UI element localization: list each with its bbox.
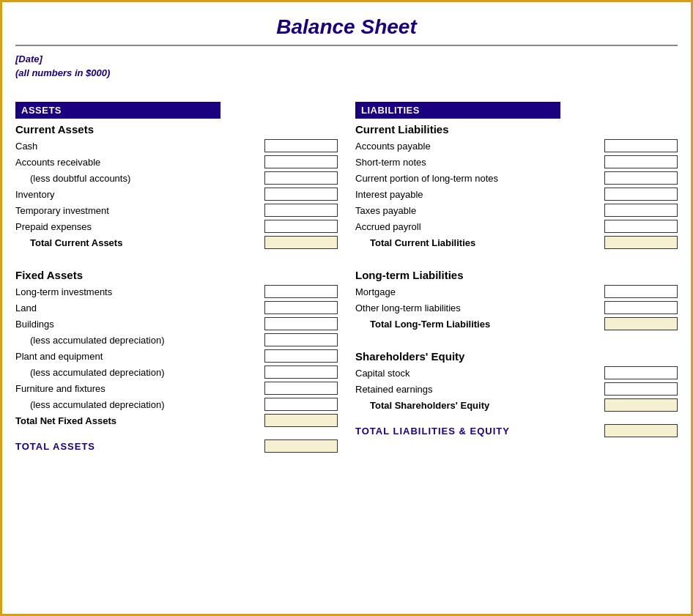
list-item: Short-term notes [355,155,678,169]
total-liabilities-equity-row: TOTAL LIABILITIES & EQUITY [355,423,678,439]
longterm-liabilities-title: Long-term Liabilities [355,269,678,281]
list-item: Accounts payable [355,138,678,153]
short-term-notes-input[interactable] [604,155,678,168]
retained-earnings-label: Retained earnings [355,384,604,395]
total-assets-label: TOTAL ASSETS [15,441,95,452]
list-item: (less accumulated depreciation) [15,365,338,379]
total-current-assets-row: Total Current Assets [15,235,338,250]
total-current-liabilities-label: Total Current Liabilities [355,237,604,248]
list-item: Long-term investments [15,284,338,299]
capital-stock-label: Capital stock [355,368,604,379]
current-liabilities-title: Current Liabilities [355,123,678,136]
total-net-fixed-label: Total Net Fixed Assets [15,415,264,426]
taxes-payable-input[interactable] [604,204,678,217]
furniture-label: Furniture and fixtures [15,383,264,394]
less-doubtful-label: (less doubtful accounts) [15,173,264,184]
list-item: Retained earnings [355,382,678,396]
accrued-payroll-input[interactable] [604,220,678,233]
total-current-liabilities-row: Total Current Liabilities [355,235,678,250]
total-assets-row: TOTAL ASSETS [15,438,338,454]
less-accum-dep1-input[interactable] [264,333,338,346]
list-item: (less accumulated depreciation) [15,333,338,347]
accounts-payable-label: Accounts payable [355,141,604,152]
liabilities-column: LIABILITIES Current Liabilities Accounts… [346,102,678,454]
list-item: Other long-term liabilities [355,300,678,315]
list-item: Buildings [15,316,338,331]
total-current-liabilities-input[interactable] [604,236,678,249]
date-label: [Date] [15,53,678,64]
list-item: Interest payable [355,187,678,201]
assets-header: ASSETS [15,102,220,119]
current-portion-lt-input[interactable] [604,171,678,185]
ar-input[interactable] [264,155,338,168]
page-title: Balance Sheet [15,15,678,46]
taxes-payable-label: Taxes payable [355,205,604,216]
total-assets-input[interactable] [264,439,338,453]
total-net-fixed-row: Total Net Fixed Assets [15,413,338,428]
inventory-input[interactable] [264,188,338,201]
inventory-label: Inventory [15,189,264,200]
total-liabilities-equity-label: TOTAL LIABILITIES & EQUITY [355,426,510,437]
less-accum-dep2-input[interactable] [264,365,338,379]
less-accum-dep3-label: (less accumulated depreciation) [15,399,264,410]
list-item: Prepaid expenses [15,219,338,234]
prepaid-label: Prepaid expenses [15,221,264,232]
plant-equip-input[interactable] [264,349,338,363]
list-item: Land [15,300,338,315]
other-lt-label: Other long-term liabilities [355,303,604,313]
buildings-label: Buildings [15,319,264,330]
list-item: Cash [15,138,338,153]
accounts-payable-input[interactable] [604,139,678,152]
fixed-assets-title: Fixed Assets [15,269,338,281]
interest-payable-label: Interest payable [355,189,604,200]
other-lt-input[interactable] [604,301,678,314]
total-equity-input[interactable] [604,398,678,412]
list-item: Taxes payable [355,203,678,218]
page-wrapper: Balance Sheet [Date] (all numbers in $00… [0,0,693,616]
list-item: Temporary investment [15,203,338,218]
ar-label: Accounts receivable [15,157,264,168]
land-input[interactable] [264,301,338,314]
less-accum-dep2-label: (less accumulated depreciation) [15,367,264,378]
main-columns: ASSETS Current Assets Cash Accounts rece… [15,102,678,454]
list-item: (less accumulated depreciation) [15,397,338,412]
subtitle-label: (all numbers in $000) [15,67,678,78]
assets-column: ASSETS Current Assets Cash Accounts rece… [15,102,346,454]
furniture-input[interactable] [264,382,338,395]
less-doubtful-input[interactable] [264,171,338,185]
current-portion-lt-label: Current portion of long-term notes [355,173,604,184]
total-current-assets-input[interactable] [264,236,338,249]
lt-investments-label: Long-term investments [15,286,264,297]
current-assets-title: Current Assets [15,123,338,136]
less-accum-dep3-input[interactable] [264,398,338,411]
list-item: Inventory [15,187,338,201]
less-accum-dep1-label: (less accumulated depreciation) [15,335,264,346]
list-item: Mortgage [355,284,678,299]
short-term-notes-label: Short-term notes [355,157,604,168]
total-longterm-row: Total Long-Term Liabilities [355,316,678,331]
mortgage-input[interactable] [604,285,678,298]
prepaid-input[interactable] [264,220,338,233]
interest-payable-input[interactable] [604,188,678,201]
total-longterm-input[interactable] [604,317,678,330]
lt-investments-input[interactable] [264,285,338,298]
mortgage-label: Mortgage [355,286,604,297]
retained-earnings-input[interactable] [604,382,678,396]
list-item: (less doubtful accounts) [15,171,338,185]
temp-invest-input[interactable] [264,204,338,217]
total-equity-label: Total Shareholders' Equity [355,400,604,411]
total-net-fixed-input[interactable] [264,414,338,427]
temp-invest-label: Temporary investment [15,205,264,216]
land-label: Land [15,303,264,313]
cash-input[interactable] [264,139,338,152]
total-longterm-label: Total Long-Term Liabilities [355,319,604,330]
total-liabilities-equity-input[interactable] [604,424,678,437]
buildings-input[interactable] [264,317,338,330]
capital-stock-input[interactable] [604,366,678,379]
list-item: Plant and equipment [15,349,338,363]
list-item: Furniture and fixtures [15,381,338,396]
accrued-payroll-label: Accrued payroll [355,221,604,232]
list-item: Capital stock [355,365,678,380]
list-item: Accrued payroll [355,219,678,234]
total-current-assets-label: Total Current Assets [15,237,264,248]
